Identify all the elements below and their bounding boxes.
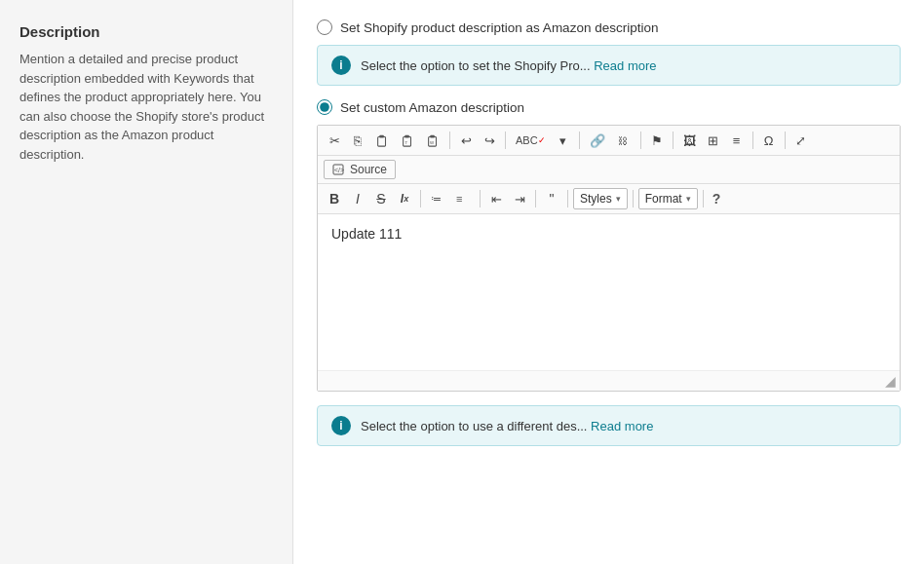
link-button[interactable]: 🔗 (585, 130, 610, 151)
paste-word-button[interactable]: W (421, 130, 444, 151)
option2-radio[interactable] (317, 99, 332, 115)
option2-row[interactable]: Set custom Amazon description (317, 99, 901, 115)
ordered-list-icon: ≔ (431, 192, 444, 206)
copy-button[interactable]: ⎘ (347, 130, 368, 151)
option2-label: Set custom Amazon description (340, 100, 524, 115)
svg-rect-0 (378, 137, 386, 147)
option2-info-text: Select the option to use a different des… (361, 419, 653, 433)
spellcheck-button[interactable]: ABC✓ (511, 130, 551, 151)
separator7 (785, 132, 786, 149)
option1-info-text: Select the option to set the Shopify Pro… (361, 58, 657, 73)
unlink-button[interactable]: ⛓ (612, 130, 635, 151)
option1-radio[interactable] (317, 19, 332, 35)
source-icon: </> (332, 164, 344, 175)
section-title: Description (19, 23, 273, 40)
svg-text:T: T (404, 140, 407, 145)
redo-button[interactable]: ↪ (479, 130, 500, 151)
bold-button[interactable]: B (324, 188, 345, 209)
italic-button[interactable]: I (347, 188, 368, 209)
separator13 (703, 190, 704, 207)
editor-container: ✂ ⎘ T W ↩ ↪ ABC✓ ▾ 🔗 ⛓ ⚑ (317, 125, 901, 392)
resize-handle: ◢ (318, 370, 900, 391)
separator2 (505, 132, 506, 149)
separator4 (640, 132, 641, 149)
format-dropdown[interactable]: Format ▾ (638, 188, 698, 209)
separator11 (567, 190, 568, 207)
unordered-list-icon: ≡ (456, 192, 470, 206)
svg-rect-6 (430, 135, 434, 138)
toolbar-source-row: </> Source (318, 156, 900, 184)
source-button[interactable]: </> Source (324, 160, 396, 179)
separator5 (673, 132, 674, 149)
paste-button[interactable] (370, 130, 394, 151)
separator6 (752, 132, 753, 149)
separator3 (579, 132, 580, 149)
toolbar-row1: ✂ ⎘ T W ↩ ↪ ABC✓ ▾ 🔗 ⛓ ⚑ (318, 126, 900, 156)
strikethrough-button[interactable]: S (370, 188, 392, 209)
unordered-list-button[interactable]: ≡ (451, 188, 475, 209)
ordered-list-button[interactable]: ≔ (426, 188, 449, 209)
special-chars-button[interactable]: Ω (758, 130, 780, 151)
option2-info-box: i Select the option to use a different d… (317, 405, 901, 446)
increase-indent-button[interactable]: ⇥ (509, 188, 530, 209)
dropdown-spellcheck[interactable]: ▾ (553, 130, 574, 151)
align-button[interactable]: ≡ (726, 130, 748, 151)
option1-row[interactable]: Set Shopify product description as Amazo… (317, 19, 901, 35)
remove-format-button[interactable]: Ix (394, 188, 415, 209)
resize-icon: ◢ (885, 373, 896, 389)
info-icon-1: i (331, 56, 351, 75)
section-description: Mention a detailed and precise product d… (19, 50, 273, 164)
svg-text:⛓: ⛓ (618, 135, 628, 146)
info-icon-2: i (331, 416, 351, 435)
styles-dropdown[interactable]: Styles ▾ (573, 188, 628, 209)
svg-text:W: W (430, 140, 435, 145)
separator10 (535, 190, 536, 207)
blockquote-button[interactable]: " (541, 188, 562, 209)
editor-content[interactable]: Update 111 (318, 214, 900, 370)
separator8 (420, 190, 421, 207)
image-button[interactable]: 🖼 (678, 130, 701, 151)
option1-info-box: i Select the option to set the Shopify P… (317, 45, 901, 86)
option1-read-more[interactable]: Read more (594, 58, 656, 73)
separator9 (480, 190, 481, 207)
right-panel: Set Shopify product description as Amazo… (292, 0, 924, 564)
option1-label: Set Shopify product description as Amazo… (340, 20, 658, 35)
toolbar-row2: B I S Ix ≔ ≡ ⇤ ⇥ " Styles ▾ Format (318, 184, 900, 214)
separator12 (633, 190, 634, 207)
anchor-button[interactable]: ⚑ (646, 130, 668, 151)
table-button[interactable]: ⊞ (703, 130, 724, 151)
left-panel: Description Mention a detailed and preci… (0, 0, 292, 564)
styles-arrow: ▾ (616, 194, 621, 204)
decrease-indent-button[interactable]: ⇤ (485, 188, 507, 209)
help-button[interactable]: ? (709, 189, 725, 208)
cut-button[interactable]: ✂ (324, 130, 345, 151)
svg-rect-3 (404, 135, 408, 138)
svg-text:≔: ≔ (431, 193, 442, 205)
paste-text-button[interactable]: T (396, 130, 419, 151)
svg-text:</>: </> (334, 167, 344, 173)
format-arrow: ▾ (686, 194, 691, 204)
separator1 (449, 132, 450, 149)
maximize-button[interactable]: ⤢ (790, 130, 812, 151)
svg-text:≡: ≡ (456, 193, 462, 205)
undo-button[interactable]: ↩ (455, 130, 477, 151)
svg-rect-1 (379, 135, 383, 138)
option2-read-more[interactable]: Read more (591, 419, 653, 433)
